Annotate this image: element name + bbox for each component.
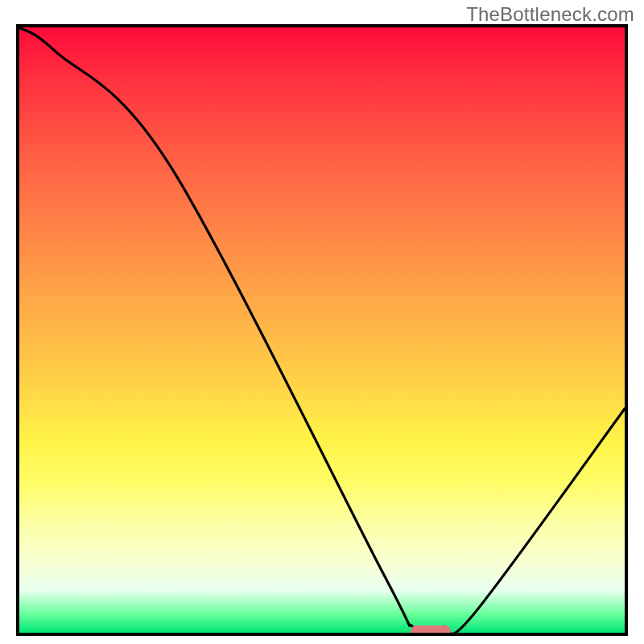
- plot-frame: [16, 24, 628, 636]
- bottleneck-curve-path: [19, 27, 625, 633]
- optimal-marker: [411, 625, 451, 636]
- watermark-text: TheBottleneck.com: [466, 3, 634, 26]
- chart-stage: TheBottleneck.com: [0, 0, 644, 644]
- bottleneck-curve: [19, 27, 625, 633]
